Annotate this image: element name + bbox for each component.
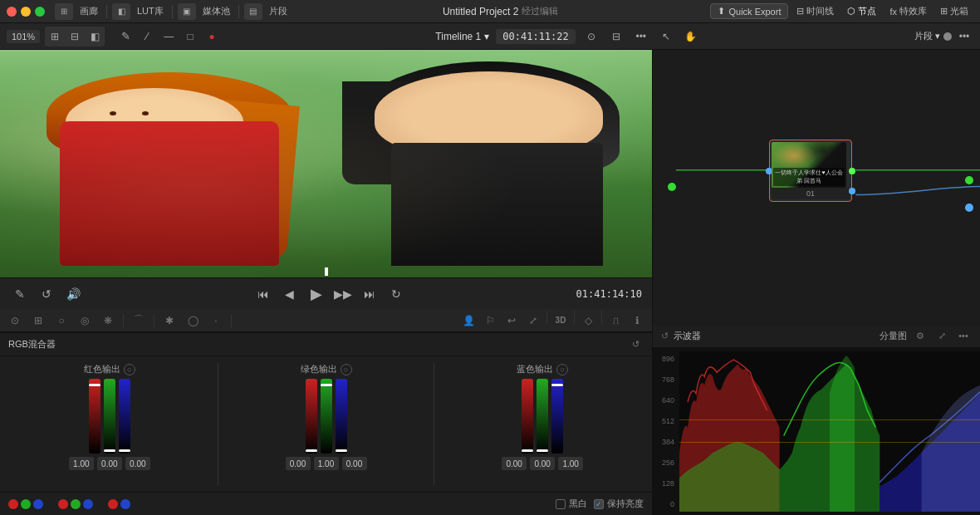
green-dot-2[interactable] [71, 499, 81, 509]
red-dot-3[interactable] [108, 499, 118, 509]
minimize-button[interactable] [21, 7, 31, 17]
waveform-tool-btn[interactable]: ⎍ [605, 311, 625, 331]
red-dot-2[interactable] [58, 499, 68, 509]
blue-r-value[interactable] [502, 457, 527, 470]
more-clips-btn[interactable]: ••• [955, 27, 973, 46]
more-options-btn[interactable]: ••• [632, 27, 650, 46]
loop-btn[interactable]: ↻ [386, 284, 406, 304]
node-editor[interactable]: 一切终于人学求仕♥人公会弟 回首马 01 [653, 50, 980, 324]
fit-view-btn[interactable]: ⊟ [607, 27, 625, 46]
edit-mode-btn[interactable]: ✎ [10, 284, 30, 304]
menu-item-clip[interactable]: 片段 [266, 3, 291, 19]
diamond-tool-btn[interactable]: ◇ [578, 311, 598, 331]
green-b-value[interactable] [342, 457, 367, 470]
blue-b-slider[interactable] [551, 379, 563, 454]
preserve-luma-checkbox[interactable]: ✓ 保持亮度 [594, 498, 644, 510]
red-channel-reset[interactable]: ○ [124, 364, 135, 375]
green-channel-reset[interactable]: ○ [341, 364, 352, 375]
blue-dot-2[interactable] [83, 499, 93, 509]
color-tool-btn[interactable]: ❋ [98, 311, 118, 331]
audio-btn[interactable]: 🔊 [63, 284, 83, 304]
blue-g-value[interactable] [530, 457, 555, 470]
gallery-menu-icon[interactable]: ⊞ [55, 3, 73, 20]
scope-refresh-icon[interactable]: ↺ [661, 331, 669, 341]
clips-button[interactable]: 片段 ▾ [914, 30, 940, 42]
red-b-slider[interactable] [119, 379, 130, 454]
blue-channel-reset[interactable]: ○ [556, 364, 568, 375]
red-r-value[interactable] [69, 457, 94, 470]
view-btn-3[interactable]: ◧ [86, 27, 104, 46]
view-btn-1[interactable]: ⊞ [46, 27, 64, 46]
nav-timeline[interactable]: ⊟ 时间线 [791, 3, 839, 19]
clip-menu-icon[interactable]: ▤ [244, 3, 262, 20]
scope-settings-btn[interactable]: ⚙ [912, 327, 929, 344]
person-tool-btn[interactable]: 👤 [458, 311, 478, 331]
menu-item-gallery[interactable]: 画廊 [76, 3, 101, 19]
blue-b-value[interactable] [558, 457, 583, 470]
red-b-value[interactable] [125, 457, 150, 470]
timecode-options[interactable]: ⊙ [582, 27, 600, 46]
brush-tool-btn[interactable]: ⌒ [129, 311, 149, 331]
node-item-01[interactable]: 一切终于人学求仕♥人公会弟 回首马 01 [769, 140, 852, 202]
nav-gallery[interactable]: ⊞ 光箱 [935, 3, 973, 19]
circle2-tool-btn[interactable]: ◯ [183, 311, 203, 331]
blackwhite-cb-box[interactable] [556, 499, 566, 509]
green-g-value[interactable] [314, 457, 339, 470]
step-back-btn[interactable]: ◀ [280, 284, 300, 304]
view-btn-2[interactable]: ⊟ [66, 27, 84, 46]
menu-item-lut[interactable]: LUT库 [134, 3, 167, 19]
maximize-button[interactable] [35, 7, 45, 17]
skip-fwd-btn[interactable]: ⏭ [360, 284, 380, 304]
step-fwd-btn[interactable]: ▶▶ [333, 284, 353, 304]
quick-export-button[interactable]: ⬆ Quick Export [710, 3, 788, 19]
blackwhite-checkbox[interactable]: 黑白 [556, 498, 587, 510]
blue-dot-3[interactable] [120, 499, 130, 509]
red-g-value[interactable] [97, 457, 122, 470]
panel-refresh-btn[interactable]: ↺ [627, 336, 644, 353]
blue-r-slider[interactable] [522, 379, 533, 454]
green-r-value[interactable] [286, 457, 311, 470]
info-tool-btn[interactable]: ℹ [627, 311, 647, 331]
record-btn[interactable]: ● [203, 27, 221, 46]
red-dot[interactable] [8, 499, 18, 509]
nav-fx[interactable]: fx 特效库 [884, 3, 932, 19]
scope-more-btn[interactable]: ••• [955, 327, 972, 344]
line-tool[interactable]: — [159, 27, 178, 46]
timeline-label[interactable]: Timeline 1 ▾ [435, 31, 489, 42]
scope-expand-btn[interactable]: ⤢ [933, 327, 950, 344]
menu-item-media[interactable]: 媒体池 [199, 3, 233, 19]
blue-dot[interactable] [33, 499, 43, 509]
timecode-display[interactable]: 00:41:11:22 [496, 29, 575, 44]
skip-back-btn[interactable]: ⏮ [253, 284, 273, 304]
flag-tool-btn[interactable]: ⚐ [480, 311, 500, 331]
undo-btn[interactable]: ↺ [37, 284, 56, 304]
zoom-level[interactable]: 101% [7, 30, 40, 43]
dot-tool-btn[interactable]: · [206, 311, 226, 331]
rings-tool-btn[interactable]: ◎ [75, 311, 95, 331]
node-tool-btn[interactable]: ⊙ [5, 311, 25, 331]
nav-node[interactable]: ⬡ 节点 [842, 3, 881, 19]
preserve-luma-cb-box[interactable]: ✓ [594, 499, 604, 509]
stars-tool-btn[interactable]: ✱ [159, 311, 179, 331]
red-g-slider[interactable] [104, 379, 115, 454]
pen-tool[interactable]: ✎ [116, 27, 135, 46]
media-menu-icon[interactable]: ▣ [178, 3, 196, 20]
green-dot[interactable] [21, 499, 31, 509]
close-button[interactable] [7, 7, 17, 17]
green-r-slider[interactable] [306, 379, 317, 454]
blue-g-slider[interactable] [537, 379, 548, 454]
arrow-tool-btn[interactable]: ↩ [502, 311, 522, 331]
play-pause-btn[interactable]: ▶ [306, 284, 326, 304]
pencil-tool[interactable]: ∕ [138, 27, 156, 46]
scope-type[interactable]: 分量图 [880, 330, 907, 342]
green-b-slider[interactable] [336, 379, 347, 454]
hand-tool[interactable]: ✋ [682, 27, 700, 46]
circle-tool-btn[interactable]: ○ [51, 311, 71, 331]
cursor-tool[interactable]: ↖ [657, 27, 675, 46]
grid-tool-btn[interactable]: ⊞ [28, 311, 48, 331]
green-g-slider[interactable] [321, 379, 332, 454]
red-r-slider[interactable] [89, 379, 100, 454]
lut-menu-icon[interactable]: ◧ [112, 3, 130, 20]
3d-tool-btn[interactable]: 3D [551, 311, 571, 331]
expand-tool-btn[interactable]: ⤢ [523, 311, 543, 331]
